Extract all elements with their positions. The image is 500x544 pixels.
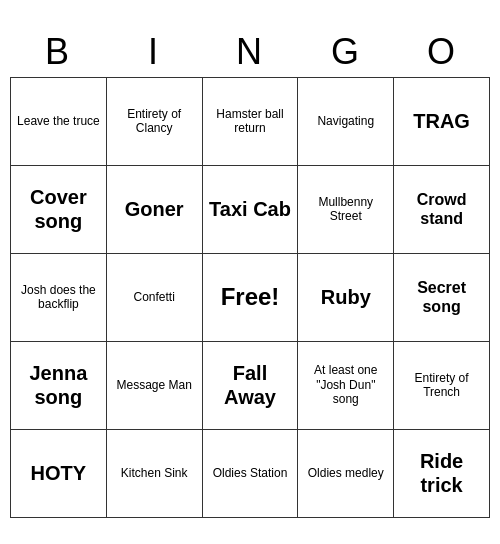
- bingo-grid: Leave the truceEntirety of ClancyHamster…: [10, 77, 490, 518]
- cell-2-2: Free!: [202, 253, 298, 341]
- cell-3-1: Message Man: [106, 341, 202, 429]
- bingo-letter: O: [394, 27, 490, 77]
- cell-3-4: Entirety of Trench: [394, 341, 490, 429]
- bingo-letter: B: [10, 27, 106, 77]
- cell-0-2: Hamster ball return: [202, 77, 298, 165]
- cell-2-3: Ruby: [298, 253, 394, 341]
- cell-2-4: Secret song: [394, 253, 490, 341]
- cell-1-1: Goner: [106, 165, 202, 253]
- cell-3-3: At least one "Josh Dun" song: [298, 341, 394, 429]
- cell-4-2: Oldies Station: [202, 429, 298, 517]
- cell-4-3: Oldies medley: [298, 429, 394, 517]
- cell-0-4: TRAG: [394, 77, 490, 165]
- cell-1-4: Crowd stand: [394, 165, 490, 253]
- cell-0-3: Navigating: [298, 77, 394, 165]
- cell-1-0: Cover song: [11, 165, 107, 253]
- cell-1-3: Mullbenny Street: [298, 165, 394, 253]
- cell-4-1: Kitchen Sink: [106, 429, 202, 517]
- cell-0-1: Entirety of Clancy: [106, 77, 202, 165]
- cell-4-4: Ride trick: [394, 429, 490, 517]
- cell-2-0: Josh does the backflip: [11, 253, 107, 341]
- cell-3-2: Fall Away: [202, 341, 298, 429]
- cell-2-1: Confetti: [106, 253, 202, 341]
- bingo-header: BINGO: [10, 27, 490, 77]
- cell-3-0: Jenna song: [11, 341, 107, 429]
- bingo-letter: I: [106, 27, 202, 77]
- cell-0-0: Leave the truce: [11, 77, 107, 165]
- bingo-letter: N: [202, 27, 298, 77]
- cell-4-0: HOTY: [11, 429, 107, 517]
- bingo-letter: G: [298, 27, 394, 77]
- cell-1-2: Taxi Cab: [202, 165, 298, 253]
